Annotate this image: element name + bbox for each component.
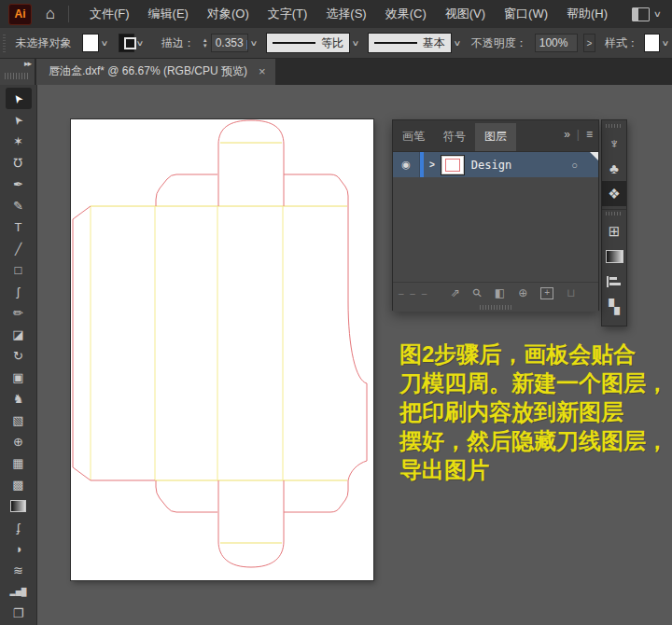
- perspective-grid-tool[interactable]: ▦: [6, 452, 32, 474]
- symbol-sprayer-tool[interactable]: ≋: [6, 560, 32, 581]
- free-transform-tool[interactable]: ▧: [6, 410, 32, 431]
- tab-brushes[interactable]: 画笔: [393, 123, 434, 151]
- eraser-tool[interactable]: ◪: [6, 324, 32, 345]
- chevron-down-icon[interactable]: ∨: [453, 39, 461, 48]
- magic-wand-tool[interactable]: ✶: [6, 131, 32, 152]
- new-sublayer-icon[interactable]: ⊕: [518, 286, 527, 299]
- layer-row-design[interactable]: ◉ > Design ○: [393, 152, 598, 177]
- scale-tool[interactable]: ▣: [6, 367, 32, 388]
- workspace-switcher[interactable]: ∨: [632, 7, 661, 21]
- selected-art-indicator: [590, 152, 598, 160]
- menu-object[interactable]: 对象(O): [198, 0, 259, 28]
- menu-help[interactable]: 帮助(H): [557, 0, 617, 28]
- chevron-down-icon[interactable]: ∨: [352, 39, 360, 48]
- line-tool[interactable]: ╱: [6, 238, 32, 259]
- home-icon[interactable]: ⌂: [38, 4, 63, 24]
- brush-select[interactable]: 基本: [368, 33, 452, 53]
- layers-list-empty-area[interactable]: [393, 177, 598, 282]
- curvature-tool[interactable]: ✎: [6, 195, 32, 216]
- expand-layer-icon[interactable]: >: [429, 160, 435, 170]
- layers-panel: 画笔 符号 图层 » | ≡ ◉ > Design ○ – – – ⇗ ⚲ ◧ …: [392, 119, 599, 311]
- menu-window[interactable]: 窗口(W): [495, 0, 557, 28]
- panel-overflow-icon[interactable]: »: [564, 128, 570, 141]
- shape-builder-tool[interactable]: ⊕: [6, 431, 32, 452]
- layer-thumbnail[interactable]: [441, 156, 464, 174]
- menu-effect[interactable]: 效果(C): [376, 0, 436, 28]
- stepper-down-icon[interactable]: ▼: [203, 43, 208, 49]
- stroke-width-stepper[interactable]: ▲ ▼: [203, 37, 208, 49]
- annotation-line: 刀模四周。新建一个图层，: [399, 368, 672, 397]
- delete-layer-icon[interactable]: ⊔: [567, 286, 575, 299]
- layers-panel-icon[interactable]: ❖: [602, 181, 626, 206]
- selection-accent-bar: [420, 152, 424, 177]
- opacity-input[interactable]: 100%: [535, 34, 578, 52]
- paintbrush-tool[interactable]: ʃ: [6, 281, 32, 302]
- rectangle-tool[interactable]: □: [6, 259, 32, 281]
- chevron-down-icon[interactable]: ∨: [100, 39, 108, 48]
- panel-dock: ♆ ♣ ❖ ⊞ ▚: [601, 119, 627, 326]
- dock-grip[interactable]: [606, 212, 623, 215]
- symbols-panel-icon[interactable]: ♣: [602, 156, 626, 181]
- menu-view[interactable]: 视图(V): [436, 0, 495, 28]
- target-circle-icon[interactable]: ○: [571, 160, 578, 171]
- tools-panel-header[interactable]: ▸▸: [0, 58, 35, 85]
- gradient-panel-icon[interactable]: [602, 243, 626, 269]
- panel-grip[interactable]: [3, 34, 6, 52]
- document-tab[interactable]: 唇油盒.dxf* @ 66.67% (RGB/CPU 预览) ×: [36, 58, 275, 85]
- menu-type[interactable]: 文字(T): [259, 0, 317, 28]
- locate-object-icon[interactable]: ⚲: [469, 285, 484, 300]
- lasso-tool[interactable]: ℧: [6, 152, 32, 174]
- tab-symbols[interactable]: 符号: [434, 123, 475, 151]
- style-swatch[interactable]: [644, 34, 660, 52]
- menu-edit[interactable]: 编辑(E): [139, 0, 198, 28]
- puppet-warp-tool[interactable]: ♞: [6, 388, 32, 410]
- tab-layers[interactable]: 图层: [475, 123, 516, 151]
- new-layer-icon[interactable]: +: [540, 287, 553, 299]
- document-tab-bar: ▸▸ 唇油盒.dxf* @ 66.67% (RGB/CPU 预览) ×: [0, 58, 672, 85]
- direct-selection-tool[interactable]: ➤: [6, 109, 32, 131]
- opacity-options-button[interactable]: >: [583, 34, 595, 52]
- visibility-eye-icon[interactable]: ◉: [393, 152, 420, 177]
- align-icon: [607, 276, 622, 287]
- app-logo-icon[interactable]: Ai: [8, 4, 32, 25]
- stroke-swatch[interactable]: [119, 34, 134, 52]
- menu-file[interactable]: 文件(F): [80, 0, 139, 28]
- clipping-mask-icon[interactable]: ◧: [495, 286, 505, 299]
- type-tool[interactable]: T: [6, 216, 32, 238]
- rotate-tool[interactable]: ↻: [6, 345, 32, 367]
- divider: |: [577, 128, 580, 141]
- chevron-down-icon: ∨: [653, 9, 662, 19]
- swatches-panel-icon[interactable]: ⊞: [602, 218, 626, 243]
- artboard[interactable]: [71, 119, 373, 580]
- fill-swatch[interactable]: [82, 34, 98, 52]
- blend-tool[interactable]: ◑: [6, 538, 32, 560]
- chevron-down-icon[interactable]: ∨: [135, 39, 144, 48]
- panel-resize-handle[interactable]: [393, 303, 598, 312]
- stroke-width-input[interactable]: 0.353 pt: [211, 34, 249, 52]
- column-graph-tool[interactable]: ▂▅█: [6, 581, 32, 603]
- brushes-panel-icon[interactable]: ♆: [602, 131, 626, 156]
- control-bar: 未选择对象 ∨ ∨ 描边： ▲ ▼ 0.353 pt ∨ 等比 ∨ 基本 ∨ 不…: [0, 28, 672, 59]
- pathfinder-panel-icon[interactable]: ▚: [602, 294, 626, 319]
- eyedropper-tool[interactable]: ʄ: [6, 517, 32, 538]
- dieline-drawing: [71, 119, 373, 580]
- collapse-panel-icon[interactable]: ▸▸: [24, 59, 31, 68]
- dock-grip[interactable]: [606, 124, 623, 128]
- chevron-down-icon[interactable]: ∨: [250, 39, 259, 48]
- pencil-tool[interactable]: ✏: [6, 302, 32, 324]
- stroke-label: 描边：: [161, 35, 195, 51]
- align-panel-icon[interactable]: [602, 269, 626, 294]
- gradient-tool[interactable]: [6, 495, 32, 517]
- annotation-line: 图2步骤后，画板会贴合: [399, 340, 672, 368]
- layer-name[interactable]: Design: [471, 159, 511, 172]
- width-profile-select[interactable]: 等比: [266, 33, 350, 53]
- mesh-tool[interactable]: ▩: [6, 474, 32, 495]
- panel-menu-icon[interactable]: ≡: [586, 128, 593, 141]
- selection-tool[interactable]: ➤: [6, 88, 32, 109]
- menu-select[interactable]: 选择(S): [316, 0, 375, 28]
- artboard-tool[interactable]: ❐: [6, 603, 32, 624]
- collect-for-export-icon[interactable]: ⇗: [451, 286, 460, 299]
- close-icon[interactable]: ×: [259, 64, 266, 78]
- pen-tool[interactable]: ✒: [6, 174, 32, 195]
- chevron-down-icon[interactable]: ∨: [662, 39, 670, 48]
